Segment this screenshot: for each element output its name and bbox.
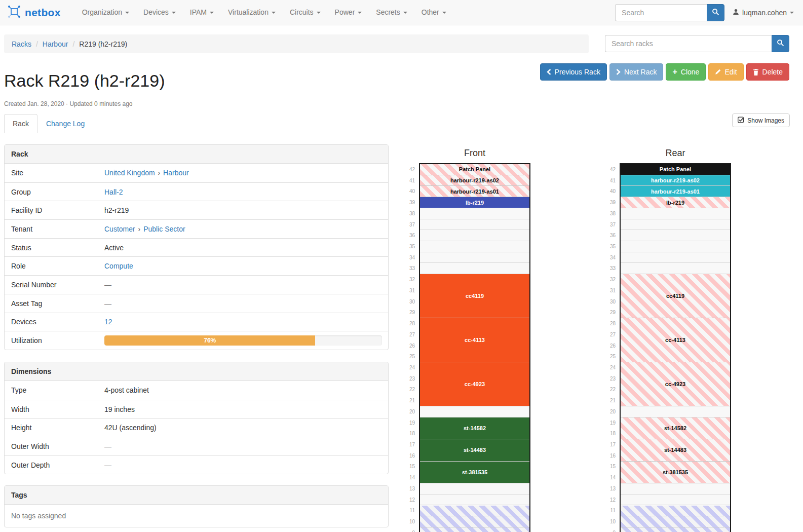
rack-device[interactable]: cc-4113 bbox=[621, 318, 730, 362]
rack-device[interactable]: lb-r219 bbox=[621, 197, 730, 208]
unit-number: 19 bbox=[603, 417, 616, 429]
rack-device[interactable]: Patch Panel bbox=[621, 164, 730, 175]
unit-number: 29 bbox=[403, 307, 415, 318]
rack-reservation[interactable] bbox=[621, 527, 730, 532]
rack-device[interactable]: st-381535 bbox=[621, 462, 730, 483]
rack-device[interactable]: harbour-r219-as02 bbox=[420, 175, 529, 186]
empty-unit[interactable] bbox=[621, 252, 730, 263]
rack-device[interactable]: cc-4923 bbox=[621, 362, 730, 406]
empty-unit[interactable] bbox=[621, 495, 730, 506]
nav-item-ipam[interactable]: IPAM bbox=[183, 0, 221, 25]
detail-value: 19 inches bbox=[104, 401, 388, 417]
detail-link[interactable]: Hall-2 bbox=[104, 188, 123, 196]
unit-number: 36 bbox=[403, 230, 415, 241]
rack-device[interactable]: cc-4113 bbox=[420, 318, 529, 362]
tab-bar: Rack Change Log bbox=[4, 114, 799, 133]
detail-label: Width bbox=[5, 401, 104, 417]
empty-unit[interactable] bbox=[420, 230, 529, 241]
global-search bbox=[615, 4, 724, 21]
breadcrumb-item[interactable]: Harbour bbox=[43, 40, 68, 48]
rack-device[interactable]: st-381535 bbox=[420, 462, 529, 483]
empty-unit[interactable] bbox=[420, 495, 529, 506]
nav-item-organization[interactable]: Organization bbox=[75, 0, 136, 25]
detail-row: Utilization76% bbox=[5, 331, 388, 350]
rack-device[interactable]: lb-r219 bbox=[420, 197, 529, 208]
rack-device[interactable]: Patch Panel bbox=[420, 164, 529, 175]
rack-device[interactable]: harbour-r219-as02 bbox=[621, 175, 730, 186]
rack-search-input[interactable] bbox=[605, 35, 772, 52]
edit-button[interactable]: Edit bbox=[708, 63, 743, 81]
empty-unit[interactable] bbox=[420, 241, 529, 252]
rear-unit-numbers: 4241403938373635343332313029282726252423… bbox=[603, 163, 616, 532]
unit-number: 10 bbox=[403, 516, 415, 527]
rack-device[interactable]: cc-4923 bbox=[420, 362, 529, 406]
detail-link[interactable]: United Kingdom bbox=[104, 169, 155, 177]
rack-panel-title: Rack bbox=[5, 145, 388, 164]
empty-unit[interactable] bbox=[420, 208, 529, 219]
global-search-input[interactable] bbox=[615, 4, 707, 21]
unit-number: 35 bbox=[403, 241, 415, 252]
empty-unit[interactable] bbox=[621, 406, 730, 417]
detail-link[interactable]: 12 bbox=[104, 318, 112, 326]
detail-link[interactable]: Harbour bbox=[163, 169, 189, 177]
nav-item-devices[interactable]: Devices bbox=[136, 0, 183, 25]
detail-link[interactable]: Customer bbox=[104, 225, 135, 233]
nav-item-circuits[interactable]: Circuits bbox=[283, 0, 328, 25]
empty-unit[interactable] bbox=[621, 230, 730, 241]
empty-unit[interactable] bbox=[621, 208, 730, 219]
rack-reservation[interactable] bbox=[420, 527, 529, 532]
unit-number: 33 bbox=[603, 263, 616, 274]
tab-change-log[interactable]: Change Log bbox=[37, 114, 93, 133]
rack-device[interactable]: cc4119 bbox=[420, 274, 529, 318]
previous-rack-button[interactable]: Previous Rack bbox=[540, 63, 607, 81]
unit-number: 24 bbox=[403, 362, 415, 373]
next-rack-button[interactable]: Next Rack bbox=[609, 63, 664, 81]
unit-number: 19 bbox=[403, 417, 415, 429]
rack-device[interactable]: harbour-r219-as01 bbox=[621, 186, 730, 197]
rack-device[interactable]: cc4119 bbox=[621, 274, 730, 318]
nav-item-secrets[interactable]: Secrets bbox=[369, 0, 414, 25]
empty-unit[interactable] bbox=[420, 406, 529, 417]
netbox-logo[interactable]: netbox bbox=[0, 5, 66, 20]
tab-rack[interactable]: Rack bbox=[4, 114, 37, 133]
empty-unit[interactable] bbox=[621, 483, 730, 495]
nav-item-other[interactable]: Other bbox=[414, 0, 453, 25]
rack-device[interactable]: st-14582 bbox=[420, 417, 529, 439]
unit-number: 42 bbox=[603, 164, 616, 175]
detail-row: RoleCompute bbox=[5, 256, 388, 275]
unit-number: 13 bbox=[403, 483, 415, 495]
unit-number: 9 bbox=[603, 527, 616, 532]
nav-item-power[interactable]: Power bbox=[328, 0, 369, 25]
rack-device[interactable]: st-14483 bbox=[621, 439, 730, 461]
user-icon bbox=[733, 9, 739, 17]
rack-reservation[interactable] bbox=[420, 516, 529, 527]
rack-device[interactable]: st-14483 bbox=[420, 439, 529, 461]
user-menu[interactable]: luqman.cohen bbox=[733, 9, 794, 17]
rack-device[interactable]: st-14582 bbox=[621, 417, 730, 439]
rack-reservation[interactable] bbox=[621, 506, 730, 517]
empty-unit[interactable] bbox=[420, 483, 529, 495]
empty-unit[interactable] bbox=[621, 263, 730, 274]
empty-unit[interactable] bbox=[420, 219, 529, 231]
delete-button[interactable]: Delete bbox=[746, 63, 789, 81]
empty-unit[interactable] bbox=[621, 219, 730, 231]
detail-link[interactable]: Public Sector bbox=[143, 225, 185, 233]
show-images-button[interactable]: Show Images bbox=[732, 113, 790, 127]
detail-row: Devices12 bbox=[5, 313, 388, 331]
rack-reservation[interactable] bbox=[420, 506, 529, 517]
rack-device[interactable]: harbour-r219-as01 bbox=[420, 186, 529, 197]
detail-row: Facility IDh2-r219 bbox=[5, 201, 388, 219]
unit-number: 28 bbox=[603, 318, 616, 329]
rack-search-button[interactable] bbox=[772, 35, 789, 52]
empty-unit[interactable] bbox=[621, 241, 730, 252]
clone-button[interactable]: + Clone bbox=[666, 63, 706, 81]
empty-unit[interactable] bbox=[420, 252, 529, 263]
empty-unit[interactable] bbox=[420, 263, 529, 274]
global-search-button[interactable] bbox=[707, 4, 724, 21]
rack-reservation[interactable] bbox=[621, 516, 730, 527]
unit-number: 21 bbox=[403, 395, 415, 406]
detail-link[interactable]: Compute bbox=[104, 262, 133, 270]
detail-label: Site bbox=[5, 165, 104, 181]
breadcrumb-item[interactable]: Racks bbox=[12, 40, 31, 48]
nav-item-virtualization[interactable]: Virtualization bbox=[221, 0, 283, 25]
